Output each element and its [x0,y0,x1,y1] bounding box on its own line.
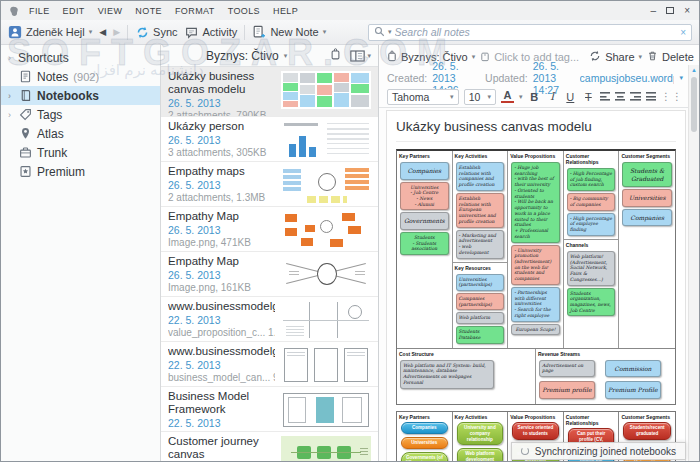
note-date: 26. 5. 2013 [168,97,275,109]
note-list-item[interactable]: www.businessmodelgenera... 22. 5. 2013 b… [161,342,378,387]
menu-format[interactable]: FORMAT [175,6,215,16]
align-justify-button[interactable] [646,92,656,101]
note-list-item[interactable]: Empathy Map 26. 5. 2013 Image.png, 471KB [161,207,378,252]
note-list-item[interactable]: www.businessmodelgenera... 22. 5. 2013 v… [161,297,378,342]
note-meta: Image.png, 161KB [168,282,275,293]
note-list-item[interactable]: Ukázky business canvas modelu 26. 5. 201… [161,67,378,117]
chevron-down-icon[interactable]: ▾ [679,74,683,82]
note-list-item[interactable]: Business Model Framework 22. 5. 2013 Bus… [161,387,378,432]
sidebar-item-tags[interactable]: › Tags [1,105,160,124]
sticky-note: - High percentage of employee finding [567,213,616,236]
align-left-button[interactable] [600,92,610,101]
chevron-down-icon: ▾ [284,52,288,60]
sticky-note: Companies [622,209,672,227]
sidebar-item-notebooks[interactable]: › Notebooks [1,86,160,105]
note-meta: 2 attachments, 1.3MB [168,192,275,203]
align-right-button[interactable] [630,92,640,101]
canvas-column-customer-segments: Customer Segments Students & Graduated U… [619,151,675,348]
search-box[interactable]: ▾ × [368,24,692,41]
canvas-column-key-partners: Key Partners Companies Universities Gove… [397,412,453,462]
sidebar-item-notes[interactable]: Notes (902) [1,67,160,86]
art [283,73,298,107]
sync-button[interactable]: Sync [135,25,177,39]
note-date: 26. 5. 2013 [168,269,275,281]
sticky-note: Establish relations with companies and p… [456,162,505,191]
evernote-window: SOFTGOZAR.COM دانشنامه نرم افزار FILE ED… [0,0,700,462]
editor-scrollbar[interactable]: ▲ [688,65,699,462]
close-button[interactable]: × [684,5,690,16]
minimize-button[interactable]: – [651,5,657,16]
art [334,73,349,107]
chevron-right-icon: › [6,91,13,101]
canvas-column-key-partners: Key Partners Companies Universities - Jo… [397,151,453,348]
bold-button[interactable]: B [528,91,541,103]
note-list-item[interactable]: Ukázky person 26. 5. 2013 3 attachments,… [161,117,378,162]
notebook-filter-dropdown[interactable]: Byznys: Čtivo ▾ [206,49,287,63]
sticky-note: Advertisement on page [539,360,595,377]
scrollbar-thumb[interactable] [691,77,697,132]
share-button[interactable]: Share ▾ [589,50,642,64]
format-toolbar: Tahoma ▾ 10 ▾ A ▾ B I U T ⋮⋮ [379,86,699,108]
note-title-field[interactable]: Ukázky business canvas modelu [396,117,676,142]
share-icon [589,50,601,64]
note-body[interactable]: Ukázky business canvas modelu Key Partne… [386,110,686,462]
delete-button[interactable]: Delete [647,50,694,64]
menu-view[interactable]: VIEW [98,6,123,16]
note-list-item[interactable]: Empathy Map 26. 5. 2013 Image.png, 161KB [161,252,378,297]
maximize-button[interactable] [666,7,674,14]
notebook-tag-icon[interactable] [330,48,341,63]
canvas-column-value-propositions: Value Propositions - Huge job searching … [508,151,564,348]
notebook-icon [387,50,397,64]
align-center-button[interactable] [615,92,625,101]
activity-button[interactable]: Activity [185,25,238,39]
art [345,168,369,192]
sticky-note: Commission [605,360,661,378]
chevron-down-icon: ▾ [450,93,454,101]
chevron-down-icon[interactable]: ▾ [519,93,523,101]
font-size-select[interactable]: 10 ▾ [464,89,496,105]
source-url-link[interactable]: campusjobseu.wordpress.com/2012/1... [580,72,675,84]
note-info-bar: Created: 26. 5. 2013 14:26 Updated: 26. … [379,69,699,86]
chevron-down-icon: ▾ [639,53,643,61]
note-thumbnail [281,436,371,462]
underline-button[interactable]: U [564,91,577,103]
menu-note[interactable]: NOTE [135,6,162,16]
canvas-column-key-activities: Key Activities Establish relations with … [453,151,509,348]
account-button[interactable]: Zdeněk Hejl ▾ [8,25,92,39]
menu-file[interactable]: FILE [29,6,50,16]
canvas-section-header: Value Propositions [508,412,563,421]
sidebar-item-label: Notebooks [37,89,99,103]
search-clear-icon[interactable]: × [680,27,686,38]
menu-tools[interactable]: TOOLS [228,6,260,16]
note-list-item[interactable]: Customer journey canvas 31. 8. 2012 [161,432,378,462]
chevron-down-icon: ▾ [89,28,93,36]
new-note-button[interactable]: New Note ▾ [252,25,326,39]
view-options-button[interactable]: ▾ [350,50,371,62]
sidebar-item-shortcuts[interactable]: › Shortcuts [1,48,160,67]
art [288,397,306,423]
italic-button[interactable]: I [546,90,559,103]
font-family-select[interactable]: Tahoma ▾ [387,89,459,105]
canvas-pill: Universities [401,437,448,449]
evernote-logo-icon [7,4,21,18]
scroll-up-arrow-icon[interactable]: ▲ [691,65,697,75]
menu-edit[interactable]: EDIT [63,6,85,16]
canvas-section-header: Value Propositions [508,151,563,160]
canvas-column-key-activities: Key Activities University and company re… [453,412,509,462]
menu-help[interactable]: HELP [273,6,298,16]
more-formatting-icon[interactable]: ⋮⋮ [661,91,683,102]
font-color-button[interactable]: A [501,90,514,103]
art [309,147,316,157]
forward-button[interactable]: ▶ [113,27,120,37]
back-button[interactable]: ◀ [99,27,106,37]
note-list-item[interactable]: Empathy maps 26. 5. 2013 2 attachments, … [161,162,378,207]
sidebar-item-atlas[interactable]: Atlas [1,124,160,143]
search-input[interactable] [395,26,678,38]
sidebar-item-premium[interactable]: Premium [1,162,160,181]
art [299,136,306,157]
strikethrough-button[interactable]: T [582,91,595,103]
sidebar-item-trunk[interactable]: Trunk [1,143,160,162]
sticky-note: - Huge job searching - with the best of … [511,162,560,243]
search-options-chevron-icon[interactable]: ▾ [388,28,392,36]
canvas-section-header: Customer Relationships [564,151,619,166]
